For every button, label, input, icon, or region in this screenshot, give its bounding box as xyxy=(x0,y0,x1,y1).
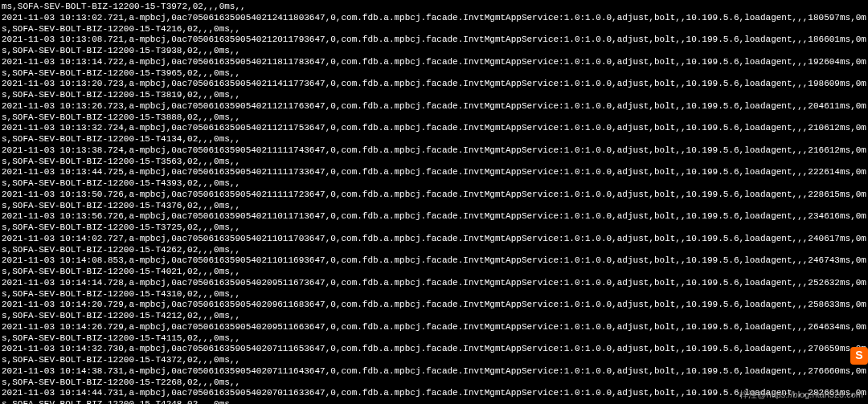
watermark-text: 梓潼@https://blog.ntan520.com xyxy=(739,390,863,401)
log-line: 2021-11-03 10:13:50.726,a-mpbcj,0ac70506… xyxy=(2,190,866,212)
log-line: 2021-11-03 10:14:26.729,a-mpbcj,0ac70506… xyxy=(2,322,866,345)
log-line: 2021-11-03 10:13:26.723,a-mpbcj,0ac70506… xyxy=(2,101,866,124)
log-line: 2021-11-03 10:14:02.727,a-mpbcj,0ac70506… xyxy=(2,234,866,256)
log-line: 2021-11-03 10:13:08.721,a-mpbcj,0ac70506… xyxy=(2,35,866,57)
log-line: 2021-11-03 10:13:32.724,a-mpbcj,0ac70506… xyxy=(2,123,866,145)
log-line: 2021-11-03 10:14:08.853,a-mpbcj,0ac70506… xyxy=(2,255,866,278)
log-line: 2021-11-03 10:13:20.723,a-mpbcj,0ac70506… xyxy=(2,79,866,101)
log-line: 2021-11-03 10:13:44.725,a-mpbcj,0ac70506… xyxy=(2,167,866,190)
log-line: 2021-11-03 10:14:20.729,a-mpbcj,0ac70506… xyxy=(2,300,866,322)
ime-badge[interactable]: S xyxy=(850,347,868,365)
log-line: 2021-11-03 10:13:38.724,a-mpbcj,0ac70506… xyxy=(2,145,866,168)
ime-badge-label: S xyxy=(855,349,862,363)
log-line: ms,SOFA-SEV-BOLT-BIZ-12200-15-T3972,02,,… xyxy=(2,2,866,13)
log-line: 2021-11-03 10:13:14.722,a-mpbcj,0ac70506… xyxy=(2,57,866,80)
log-line: 2021-11-03 10:14:32.730,a-mpbcj,0ac70506… xyxy=(2,344,866,366)
log-line: 2021-11-03 10:13:56.726,a-mpbcj,0ac70506… xyxy=(2,211,866,234)
log-line: 2021-11-03 10:14:44.731,a-mpbcj,0ac70506… xyxy=(2,388,866,404)
terminal-output: ms,SOFA-SEV-BOLT-BIZ-12200-15-T3972,02,,… xyxy=(2,2,866,404)
log-line: 2021-11-03 10:14:14.728,a-mpbcj,0ac70506… xyxy=(2,278,866,300)
log-line: 2021-11-03 10:13:02.721,a-mpbcj,0ac70506… xyxy=(2,13,866,35)
log-line: 2021-11-03 10:14:38.731,a-mpbcj,0ac70506… xyxy=(2,366,866,389)
